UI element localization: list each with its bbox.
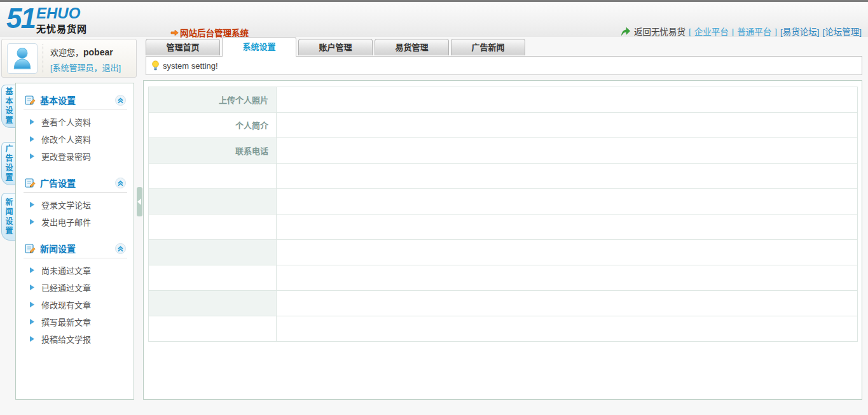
notepad-pencil-icon [25,178,36,188]
notepad-pencil-icon [25,95,36,106]
field-label-empty [149,164,277,189]
general-platform-link[interactable]: 普通平台 [737,25,771,38]
menu-section-title: 广告设置 [40,176,111,189]
barter-forum-link[interactable]: [易货论坛] [780,25,820,38]
forum-admin-link[interactable]: [论坛管理] [822,25,862,38]
field-label-upload-photo: 上传个人照片 [149,87,277,113]
user-welcome-panel: 欢迎您，pobear [系统管理员，退出] [1,39,137,78]
field-label-empty [149,316,277,342]
menu-item-label: 查看个人资料 [41,116,91,128]
menu-section-ads: 广告设置 登录文学论坛 发出电子邮件 [24,174,127,237]
green-return-arrow-icon [621,27,631,36]
field-value [277,87,858,113]
tab-ad-news[interactable]: 广告新闻 [451,39,525,55]
profile-form-table: 上传个人照片 个人简介 联系电话 [148,87,858,342]
field-value [277,215,858,240]
triangle-bullet-icon [30,153,34,159]
field-label-empty [149,189,277,215]
collapse-chevron-icon[interactable] [115,243,126,254]
menu-item-label: 投稿给文学报 [41,333,91,345]
table-row [149,240,858,265]
logo-subtitle: 无忧易货网 [36,22,87,35]
table-row: 上传个人照片 [149,87,858,113]
tab-barter-management[interactable]: 易货管理 [375,39,449,55]
field-value [277,138,858,164]
menu-item-label: 更改登录密码 [41,150,91,162]
field-value [277,240,858,265]
bracket-open: [ [689,27,691,36]
tab-system-settings[interactable]: 系统设置 [222,37,296,57]
back-to-51ehuo-link[interactable]: 返回无忧易货 [634,25,685,38]
menu-header-news[interactable]: 新闻设置 [24,239,127,258]
triangle-bullet-icon [30,267,34,273]
field-value [277,113,858,138]
triangle-bullet-icon [30,336,34,342]
enterprise-platform-link[interactable]: 企业平台 [694,25,729,38]
collapse-chevron-icon[interactable] [115,95,126,106]
orange-arrow-icon [170,29,179,36]
bracket-close: ] [775,27,777,36]
menu-item-approved-articles[interactable]: 已经通过文章 [24,279,127,296]
menu-item-edit-profile[interactable]: 修改个人资料 [24,130,127,148]
table-row [149,291,858,316]
sidebar-collapse-handle[interactable] [137,187,142,216]
menu-item-label: 修改现有文章 [41,299,91,311]
vertical-tab-basic-settings[interactable]: 基本设置 [1,85,15,128]
table-row [149,189,858,215]
menu-item-label: 发出电子邮件 [41,216,91,228]
username: pobear [83,47,113,57]
table-row [149,215,858,240]
vertical-tab-news-settings[interactable]: 新闻设置 [1,193,15,241]
field-label-empty [149,240,277,265]
menu-section-title: 新闻设置 [40,242,111,255]
menu-item-change-password[interactable]: 更改登录密码 [24,148,127,165]
table-row [149,265,858,291]
field-label-empty [149,265,277,291]
table-row [149,164,858,189]
main-content-panel: 上传个人照片 个人简介 联系电话 [143,80,862,400]
field-value [277,164,858,189]
field-label-empty [149,291,277,316]
menu-section-news: 新闻设置 尚未通过文章 已经通过文章 [24,239,127,354]
logo-number: 51 [6,4,35,32]
menu-header-ads[interactable]: 广告设置 [24,174,127,193]
sidebar-menu: 基本设置 查看个人资料 修改个人资料 [15,83,134,400]
welcome-message: 欢迎您，pobear [50,46,113,58]
site-logo: 51 EHUO 无忧易货网 [6,4,87,35]
field-label-personal-intro: 个人简介 [149,113,277,138]
menu-item-label: 已经通过文章 [41,281,91,293]
menu-header-basic[interactable]: 基本设置 [24,91,127,110]
admin-console: 51 EHUO 无忧易货网 网站后台管理系统 返回无忧易货 [ 企业平台 | 普… [0,0,868,415]
collapse-chevron-icon[interactable] [115,178,126,188]
notepad-pencil-icon [25,243,36,254]
role-logout-link[interactable]: [系统管理员，退出] [50,61,121,73]
menu-section-title: 基本设置 [40,94,111,106]
logo-word: EHUO [36,6,87,20]
main-tab-bar: 管理首页 系统设置 账户管理 易货管理 广告新闻 [146,37,525,57]
menu-item-pending-articles[interactable]: 尚未通过文章 [24,262,127,279]
triangle-bullet-icon [30,302,34,307]
menu-item-write-article[interactable]: 撰写最新文章 [24,313,127,330]
field-value [277,265,858,291]
menu-item-login-forum[interactable]: 登录文学论坛 [24,196,127,213]
triangle-bullet-icon [30,219,34,225]
menu-item-edit-articles[interactable]: 修改现有文章 [24,296,127,313]
link-divider: | [732,27,734,36]
divider [43,44,43,73]
tab-admin-home[interactable]: 管理首页 [146,39,220,55]
notice-bar: system setting! [146,56,862,75]
menu-section-basic: 基本设置 查看个人资料 修改个人资料 [24,91,127,171]
menu-item-view-profile[interactable]: 查看个人资料 [24,113,127,130]
menu-item-label: 登录文学论坛 [41,199,91,211]
triangle-bullet-icon [30,285,34,290]
tab-account-management[interactable]: 账户管理 [298,39,373,55]
top-nav-links: 返回无忧易货 [ 企业平台 | 普通平台 ] [易货论坛] [论坛管理] [621,25,862,38]
notice-text: system setting! [163,61,218,71]
lightbulb-icon [151,60,160,71]
menu-item-label: 修改个人资料 [41,133,91,145]
vertical-tab-ad-settings[interactable]: 广告设置 [1,142,15,185]
menu-item-submit-article[interactable]: 投稿给文学报 [24,330,127,348]
menu-item-send-email[interactable]: 发出电子邮件 [24,213,127,230]
triangle-bullet-icon [30,136,34,142]
triangle-bullet-icon [30,202,34,208]
